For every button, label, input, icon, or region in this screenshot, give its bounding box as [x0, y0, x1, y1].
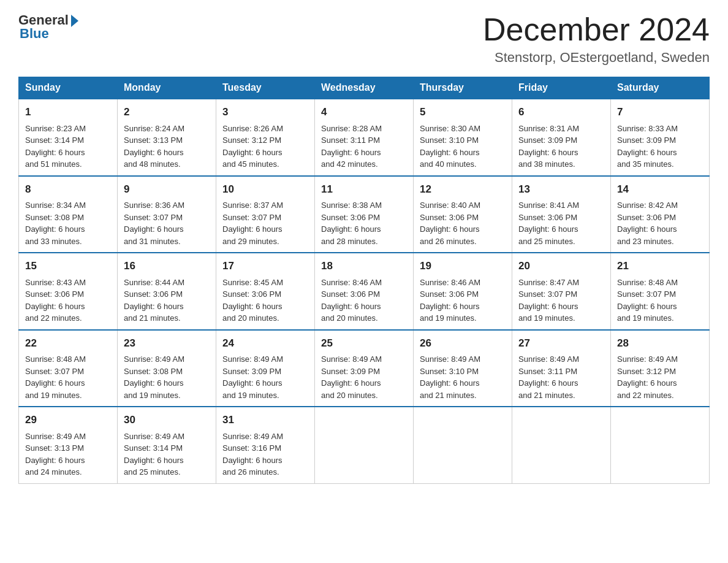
sunrise-text: Sunrise: 8:28 AM: [321, 123, 407, 135]
daylight-text: Daylight: 6 hours: [420, 223, 506, 236]
calendar-header: SundayMondayTuesdayWednesdayThursdayFrid…: [19, 77, 710, 99]
calendar-cell: [512, 407, 611, 483]
logo-arrow-icon: [71, 15, 78, 27]
calendar-cell: 8Sunrise: 8:34 AMSunset: 3:08 PMDaylight…: [19, 176, 118, 253]
calendar-cell: 19Sunrise: 8:46 AMSunset: 3:06 PMDayligh…: [414, 253, 512, 330]
calendar-cell: 24Sunrise: 8:49 AMSunset: 3:09 PMDayligh…: [216, 330, 315, 407]
daylight-text: Daylight: 6 hours: [124, 377, 210, 389]
column-header-sunday: Sunday: [19, 77, 118, 99]
calendar-cell: 25Sunrise: 8:49 AMSunset: 3:09 PMDayligh…: [315, 330, 414, 407]
day-number: 8: [25, 182, 111, 197]
month-title: December 2024: [483, 12, 710, 47]
daylight-text: Daylight: 6 hours: [25, 301, 111, 313]
sunrise-text: Sunrise: 8:41 AM: [518, 199, 604, 212]
column-header-saturday: Saturday: [611, 77, 710, 99]
calendar-week-2: 8Sunrise: 8:34 AMSunset: 3:08 PMDaylight…: [19, 176, 710, 253]
calendar-cell: 29Sunrise: 8:49 AMSunset: 3:13 PMDayligh…: [19, 407, 118, 483]
day-number: 7: [617, 104, 703, 120]
calendar-cell: 22Sunrise: 8:48 AMSunset: 3:07 PMDayligh…: [19, 330, 118, 407]
calendar-cell: 4Sunrise: 8:28 AMSunset: 3:11 PMDaylight…: [315, 99, 414, 176]
calendar-cell: 17Sunrise: 8:45 AMSunset: 3:06 PMDayligh…: [216, 253, 315, 330]
daylight-minutes-text: and 26 minutes.: [420, 236, 506, 248]
calendar-week-5: 29Sunrise: 8:49 AMSunset: 3:13 PMDayligh…: [19, 407, 710, 483]
sunrise-text: Sunrise: 8:48 AM: [25, 353, 111, 366]
sunset-text: Sunset: 3:06 PM: [124, 288, 210, 301]
daylight-text: Daylight: 6 hours: [420, 301, 506, 313]
sunrise-text: Sunrise: 8:30 AM: [420, 123, 506, 135]
sunset-text: Sunset: 3:07 PM: [617, 288, 703, 301]
calendar-cell: [315, 407, 414, 483]
sunrise-text: Sunrise: 8:23 AM: [25, 123, 111, 135]
daylight-minutes-text: and 51 minutes.: [25, 158, 111, 170]
day-number: 15: [25, 258, 111, 274]
page-header: General Blue December 2024 Stenstorp, OE…: [18, 12, 710, 66]
sunset-text: Sunset: 3:06 PM: [420, 288, 506, 301]
column-header-thursday: Thursday: [414, 77, 512, 99]
column-header-friday: Friday: [512, 77, 611, 99]
column-header-monday: Monday: [118, 77, 216, 99]
day-number: 18: [321, 258, 407, 274]
daylight-minutes-text: and 35 minutes.: [617, 158, 703, 170]
sunrise-text: Sunrise: 8:43 AM: [25, 277, 111, 289]
sunset-text: Sunset: 3:09 PM: [617, 134, 703, 147]
sunset-text: Sunset: 3:13 PM: [124, 134, 210, 147]
day-number: 29: [25, 412, 111, 428]
daylight-text: Daylight: 6 hours: [222, 223, 308, 236]
sunset-text: Sunset: 3:09 PM: [222, 366, 308, 378]
calendar-cell: 11Sunrise: 8:38 AMSunset: 3:06 PMDayligh…: [315, 176, 414, 253]
daylight-minutes-text: and 42 minutes.: [321, 158, 407, 170]
daylight-minutes-text: and 22 minutes.: [617, 389, 703, 402]
calendar-cell: 31Sunrise: 8:49 AMSunset: 3:16 PMDayligh…: [216, 407, 315, 483]
daylight-minutes-text: and 29 minutes.: [222, 236, 308, 248]
sunrise-text: Sunrise: 8:49 AM: [321, 353, 407, 366]
sunset-text: Sunset: 3:10 PM: [420, 366, 506, 378]
sunrise-text: Sunrise: 8:31 AM: [518, 123, 604, 135]
sunrise-text: Sunrise: 8:33 AM: [617, 123, 703, 135]
day-number: 26: [420, 335, 506, 351]
daylight-text: Daylight: 6 hours: [222, 377, 308, 389]
daylight-text: Daylight: 6 hours: [321, 147, 407, 159]
calendar-cell: 6Sunrise: 8:31 AMSunset: 3:09 PMDaylight…: [512, 99, 611, 176]
daylight-minutes-text: and 20 minutes.: [222, 312, 308, 324]
sunrise-text: Sunrise: 8:49 AM: [518, 353, 604, 366]
calendar-cell: 15Sunrise: 8:43 AMSunset: 3:06 PMDayligh…: [19, 253, 118, 330]
sunrise-text: Sunrise: 8:38 AM: [321, 199, 407, 212]
daylight-minutes-text: and 48 minutes.: [124, 158, 210, 170]
daylight-minutes-text: and 21 minutes.: [420, 389, 506, 402]
sunrise-text: Sunrise: 8:42 AM: [617, 199, 703, 212]
day-number: 28: [617, 335, 703, 351]
calendar-cell: [611, 407, 710, 483]
daylight-minutes-text: and 19 minutes.: [222, 389, 308, 402]
daylight-minutes-text: and 19 minutes.: [25, 389, 111, 402]
sunset-text: Sunset: 3:07 PM: [222, 212, 308, 224]
sunset-text: Sunset: 3:06 PM: [321, 288, 407, 301]
daylight-minutes-text: and 19 minutes.: [617, 312, 703, 324]
daylight-minutes-text: and 38 minutes.: [518, 158, 604, 170]
sunset-text: Sunset: 3:16 PM: [222, 442, 308, 454]
daylight-text: Daylight: 6 hours: [321, 223, 407, 236]
calendar-cell: [414, 407, 512, 483]
sunrise-text: Sunrise: 8:45 AM: [222, 277, 308, 289]
sunrise-text: Sunrise: 8:49 AM: [124, 431, 210, 443]
daylight-text: Daylight: 6 hours: [222, 147, 308, 159]
column-header-wednesday: Wednesday: [315, 77, 414, 99]
sunset-text: Sunset: 3:06 PM: [420, 212, 506, 224]
day-number: 13: [518, 182, 604, 197]
day-number: 22: [25, 335, 111, 351]
logo-blue-text: Blue: [20, 26, 49, 42]
day-number: 17: [222, 258, 308, 274]
day-number: 25: [321, 335, 407, 351]
day-number: 5: [420, 104, 506, 120]
day-number: 6: [518, 104, 604, 120]
day-number: 4: [321, 104, 407, 120]
sunset-text: Sunset: 3:14 PM: [124, 442, 210, 454]
day-number: 10: [222, 182, 308, 197]
calendar-cell: 13Sunrise: 8:41 AMSunset: 3:06 PMDayligh…: [512, 176, 611, 253]
calendar-cell: 16Sunrise: 8:44 AMSunset: 3:06 PMDayligh…: [118, 253, 216, 330]
daylight-minutes-text: and 26 minutes.: [222, 466, 308, 478]
daylight-text: Daylight: 6 hours: [25, 147, 111, 159]
sunset-text: Sunset: 3:14 PM: [25, 134, 111, 147]
daylight-text: Daylight: 6 hours: [124, 147, 210, 159]
sunset-text: Sunset: 3:06 PM: [25, 288, 111, 301]
calendar-cell: 20Sunrise: 8:47 AMSunset: 3:07 PMDayligh…: [512, 253, 611, 330]
